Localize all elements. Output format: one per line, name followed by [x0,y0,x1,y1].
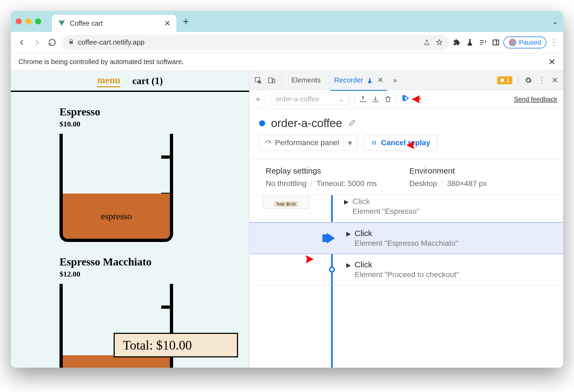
step-action: Click [355,260,459,269]
paused-label: Paused [519,39,541,46]
new-tab-button[interactable]: + [183,16,189,27]
viewport-value[interactable]: 380×487 px [447,179,487,188]
disclosure-triangle-icon[interactable]: ▶ [344,198,349,205]
traffic-lights [16,18,41,24]
infobar-text: Chrome is being controlled by automated … [18,58,184,66]
svg-point-7 [417,101,419,102]
browser-toolbar: coffee-cart.netlify.app Paused ⋮ [11,32,563,53]
timeline-step[interactable]: ▶ Click Element "Proceed to checkout" [249,254,563,285]
nav-cart-link[interactable]: cart (1) [132,75,163,87]
step-thumbnail: Total: $0.00 [263,195,309,209]
issues-badge[interactable]: 1 [497,76,512,84]
side-panel-icon[interactable] [492,39,500,46]
window-titlebar: Coffee cart ✕ + ⌄ [11,11,563,32]
tab-elements[interactable]: Elements [288,76,324,84]
inspect-element-icon[interactable] [254,77,262,84]
product-name: Espresso Macchiato [60,255,249,268]
timeline-step-current[interactable]: ▶ Click Element "Espresso Macchiato" [249,222,563,254]
product-price: $12.00 [60,270,249,278]
bookmark-star-icon[interactable] [436,39,443,46]
address-bar[interactable]: coffee-cart.netlify.app [62,35,449,50]
total-overlay[interactable]: Total: $10.00 [114,333,238,357]
delete-trash-icon[interactable] [384,95,392,103]
extensions-icon[interactable] [453,39,461,46]
step-element: Element "Espresso Macchiato" [355,239,458,248]
svg-rect-0 [493,40,499,45]
reload-button[interactable] [47,37,58,48]
webpage-viewport: menu cart (1) Espresso $10.00 espresso E… [11,71,249,368]
back-button[interactable] [16,37,28,48]
step-over-icon[interactable] [414,95,422,103]
replay-button-icon[interactable] [402,94,409,104]
recording-status-dot [259,120,265,126]
timeout-value[interactable]: Timeout: 5000 ms [316,179,377,188]
throttling-value[interactable]: No throttling [266,179,306,188]
minimize-window-button[interactable] [25,18,31,24]
new-recording-icon[interactable]: + [255,94,261,104]
recording-title-row: order-a-coffee [249,109,563,135]
import-icon[interactable] [372,95,379,103]
send-feedback-link[interactable]: Send feedback [514,95,557,103]
environment-header: Environment [409,166,487,175]
disclosure-triangle-icon[interactable]: ▶ [346,230,351,237]
device-toggle-icon[interactable] [268,77,275,84]
recording-selector[interactable]: order-a-coffee ⌄ [271,93,349,105]
product-cup-espresso[interactable]: espresso [60,134,173,242]
recorder-settings-row: Replay settings No throttling Timeout: 5… [249,159,563,195]
dropdown-caret-icon[interactable]: ▾ [348,138,352,147]
gauge-icon [265,139,272,146]
devtools-kebab-icon[interactable]: ⋮ [538,76,546,85]
nav-menu-link[interactable]: menu [97,74,120,87]
vue-favicon-icon [58,19,65,27]
extensions-area [453,39,500,46]
site-nav: menu cart (1) [11,71,249,92]
step-action: Click [355,229,458,238]
cup-fill-label: espresso [101,211,132,221]
close-infobar-icon[interactable]: ✕ [548,57,556,67]
browser-tab[interactable]: Coffee cart ✕ [52,15,176,32]
device-value[interactable]: Desktop [409,179,437,188]
close-window-button[interactable] [16,18,22,24]
close-devtools-icon[interactable]: ✕ [552,75,558,85]
recorder-timeline: Total: $0.00 ▶ Click Element "Espresso" [249,195,563,368]
step-action: Click [352,197,419,206]
svg-rect-6 [403,96,404,101]
flask-icon[interactable] [466,39,474,46]
tab-search-icon[interactable]: ⌄ [552,17,558,26]
pause-icon [371,139,377,146]
replay-settings-header: Replay settings [266,166,377,175]
lock-icon [68,38,74,46]
step-element: Element "Proceed to checkout" [355,270,459,279]
step-marker-icon [329,267,335,273]
svg-rect-3 [268,78,272,83]
timeline-step[interactable]: Total: $0.00 ▶ Click Element "Espresso" [249,195,563,222]
automation-infobar: Chrome is being controlled by automated … [11,53,563,71]
edit-title-icon[interactable] [348,119,356,128]
tab-recorder[interactable]: Recorder ✕ [330,76,387,91]
product-price: $10.00 [60,120,249,128]
forward-button[interactable] [31,37,43,48]
close-panel-icon[interactable]: ✕ [377,76,383,84]
settings-gear-icon[interactable] [524,77,532,84]
recording-title: order-a-coffee [271,117,342,130]
performance-panel-button[interactable]: Performance panel ▾ [259,135,358,151]
cancel-replay-button[interactable]: Cancel replay [364,135,438,151]
overflow-menu-button[interactable]: ⋮ [550,38,558,47]
share-icon[interactable] [423,39,430,46]
current-step-marker-icon [327,233,340,244]
svg-rect-5 [501,79,504,82]
close-tab-icon[interactable]: ✕ [164,19,170,28]
recorder-action-buttons: Performance panel ▾ Cancel replay [249,135,563,159]
reading-list-icon[interactable] [479,39,487,46]
svg-rect-4 [273,79,275,83]
more-tabs-icon[interactable]: » [393,76,397,85]
maximize-window-button[interactable] [35,18,41,24]
product-item: Espresso $10.00 espresso [60,105,249,242]
avatar-icon [509,39,516,46]
devtools-tabstrip: Elements Recorder ✕ » 1 ⋮ ✕ [249,71,563,90]
profile-paused-chip[interactable]: Paused [503,36,546,48]
export-icon[interactable] [359,95,367,103]
disclosure-triangle-icon[interactable]: ▶ [346,262,351,269]
tab-title: Coffee cart [70,19,103,27]
recorder-toolbar: + order-a-coffee ⌄ Send feedback [249,90,563,109]
